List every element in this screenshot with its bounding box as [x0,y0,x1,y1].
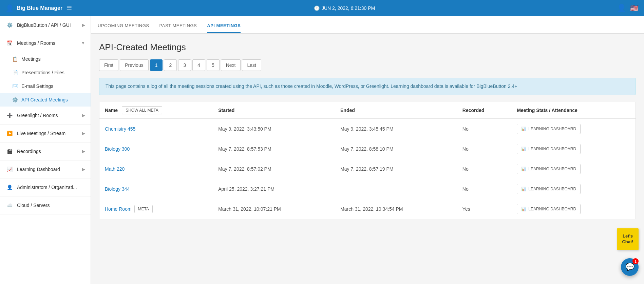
info-box: This page contains a log of all the meet… [99,78,636,95]
cell-started: May 7, 2022, 8:57:53 PM [213,139,335,159]
page-prev-btn[interactable]: Previous [120,59,148,71]
recordings-icon: 🎬 [5,147,14,155]
cell-recorded: No [457,119,512,139]
page-content: API-Created Meetings First Previous 1 2 … [91,34,644,227]
sidebar-item-label: Greenlight / Rooms [17,113,79,118]
sidebar-item-label: Meetings [21,56,41,62]
pagination: First Previous 1 2 3 4 5 Next Last [99,59,636,71]
chart-icon: 📊 [521,207,526,211]
settings-icon: ⚙️ [5,21,14,29]
col-recorded: Recorded [457,102,512,119]
sidebar-item-label: Live Meetings / Stream [17,131,79,136]
sidebar-item-bigbluebutton[interactable]: ⚙️ BigBlueButton / API / GUI ▶ [0,16,91,34]
sidebar-item-label: Meetings / Rooms [17,40,78,46]
sidebar-item-cloud[interactable]: ☁️ Cloud / Servers [0,196,91,214]
cell-recorded: Yes [457,199,512,219]
chevron-right-icon: ▶ [82,113,85,118]
meeting-name-link[interactable]: Chemistry 455 [105,126,135,132]
sidebar-item-greenlight[interactable]: ➕ Greenlight / Rooms ▶ [0,107,91,125]
datetime-display: 🕐 JUN 2, 2022, 6:21:30 PM [314,5,375,11]
hamburger-icon[interactable]: ☰ [67,4,72,12]
col-name: Name SHOW ALL META [99,102,213,119]
cell-started: May 9, 2022, 3:43:50 PM [213,119,335,139]
cell-recorded: No [457,179,512,199]
sidebar-item-label: E-mail Settings [21,83,53,89]
learning-dashboard-btn[interactable]: 📊LEARNING DASHBOARD [517,164,581,174]
meeting-name-link[interactable]: Biology 344 [105,186,130,192]
meeting-name-link[interactable]: Biology 300 [105,146,130,152]
cloud-icon: ☁️ [5,201,14,209]
top-header: 👤 Big Blue Manager ☰ 🕐 JUN 2, 2022, 6:21… [0,0,644,16]
tabs-bar: UPCOMING MEETINGS PAST MEETINGS API MEET… [91,16,644,34]
sidebar-item-presentations[interactable]: 📄 Presentations / Files [0,66,91,79]
tab-label: API MEETINGS [207,23,241,28]
meta-button[interactable]: META [134,205,153,213]
sidebar-item-meetings-rooms[interactable]: 📅 Meetings / Rooms ▼ [0,34,91,52]
cell-ended: March 31, 2022, 10:34:54 PM [335,199,457,219]
layout: ⚙️ BigBlueButton / API / GUI ▶ 📅 Meeting… [0,0,644,284]
main-content: UPCOMING MEETINGS PAST MEETINGS API MEET… [91,16,644,284]
sidebar-item-label: API Created Meetings [21,97,68,102]
cell-name: Home RoomMETA [99,199,213,219]
clock-icon: 🕐 [314,5,320,11]
page-last-btn[interactable]: Last [242,59,261,71]
user-icon[interactable]: 👤 [617,4,626,13]
page-4-btn[interactable]: 4 [192,59,205,71]
show-all-meta-btn[interactable]: SHOW ALL META [122,106,162,114]
sidebar-item-label: BigBlueButton / API / GUI [17,22,79,28]
email-icon: ✉️ [12,83,18,89]
tab-label: UPCOMING MEETINGS [98,23,149,28]
greenlight-icon: ➕ [5,111,14,119]
sidebar-item-label: Cloud / Servers [17,203,85,208]
chevron-right-icon: ▶ [82,167,85,172]
page-first-btn[interactable]: First [99,59,118,71]
tab-past[interactable]: PAST MEETINGS [159,18,197,33]
dashboard-icon: 📈 [5,165,14,173]
meeting-name-link[interactable]: Home Room [105,206,132,212]
chat-bubble[interactable]: 💬 1 [621,258,639,276]
chart-icon: 📊 [521,127,526,131]
meeting-name-link[interactable]: Math 220 [105,166,125,172]
cell-dashboard: 📊LEARNING DASHBOARD [511,179,636,199]
cell-dashboard: 📊LEARNING DASHBOARD [511,139,636,159]
cell-name: Biology 300 [99,139,213,159]
chart-icon: 📊 [521,147,526,151]
sidebar-item-email[interactable]: ✉️ E-mail Settings [0,79,91,93]
chevron-down-icon: ▼ [81,41,85,45]
page-3-btn[interactable]: 3 [178,59,191,71]
learning-dashboard-btn[interactable]: 📊LEARNING DASHBOARD [517,124,581,134]
info-text: This page contains a log of all the meet… [106,83,517,89]
page-next-btn[interactable]: Next [221,59,241,71]
cell-ended: May 7, 2022, 8:57:19 PM [335,159,457,179]
learning-dashboard-btn[interactable]: 📊LEARNING DASHBOARD [517,204,581,214]
cell-ended [335,179,457,199]
table-row: Biology 344April 25, 2022, 3:27:21 PMNo📊… [99,179,636,199]
chat-badge: 1 [632,258,639,264]
sidebar-item-live-meetings[interactable]: ▶️ Live Meetings / Stream ▶ [0,125,91,143]
tab-label: PAST MEETINGS [159,23,197,28]
sidebar-item-recordings[interactable]: 🎬 Recordings ▶ [0,143,91,160]
page-2-btn[interactable]: 2 [164,59,177,71]
sidebar-item-api-created[interactable]: ⚙️ API Created Meetings [0,93,91,107]
flag-icon[interactable]: 🇺🇸 [630,4,639,12]
learning-dashboard-btn[interactable]: 📊LEARNING DASHBOARD [517,184,581,194]
sidebar-item-learning-dashboard[interactable]: 📈 Learning Dashboard ▶ [0,160,91,178]
page-1-btn[interactable]: 1 [150,59,163,71]
cell-ended: May 9, 2022, 3:45:45 PM [335,119,457,139]
page-5-btn[interactable]: 5 [207,59,220,71]
brand: 👤 Big Blue Manager [5,4,62,12]
cell-name: Math 220 [99,159,213,179]
learning-dashboard-btn[interactable]: 📊LEARNING DASHBOARD [517,144,581,154]
sidebar-item-label: Learning Dashboard [17,167,79,172]
col-stats: Meeting Stats / Attendance [511,102,636,119]
sidebar-item-label: Recordings [17,149,79,154]
chevron-right-icon: ▶ [82,131,85,136]
tab-upcoming[interactable]: UPCOMING MEETINGS [98,18,149,33]
sidebar-item-meetings[interactable]: 📋 Meetings [0,52,91,66]
sidebar-item-admin[interactable]: 👤 Administrators / Organizati... [0,178,91,196]
sidebar: ⚙️ BigBlueButton / API / GUI ▶ 📅 Meeting… [0,16,91,284]
sticky-note[interactable]: Let'sChat! [617,228,639,250]
chevron-right-icon: ▶ [82,23,85,27]
brand-name: Big Blue Manager [17,5,62,11]
tab-api[interactable]: API MEETINGS [207,18,241,33]
